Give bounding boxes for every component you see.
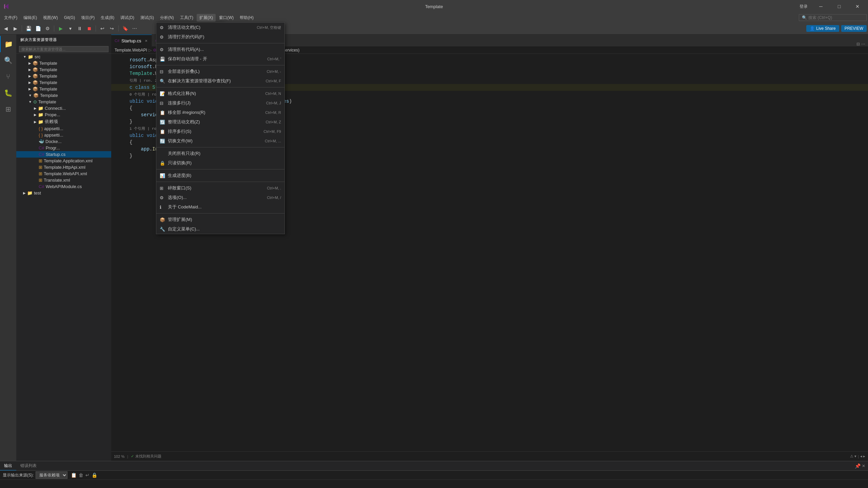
- menu-auto-clean[interactable]: 💾 保存时自动清理 - 开 Ctrl+M, ': [156, 54, 284, 64]
- menu-item-left: 📊 生成进度(B): [160, 172, 191, 179]
- sort2-icon: 📋: [160, 129, 165, 134]
- menu-item-build[interactable]: 生成(B): [98, 14, 117, 22]
- sort-icon: 🔃: [160, 120, 165, 125]
- maximize-button[interactable]: □: [831, 0, 847, 13]
- menu-item-label: 排序多行(S): [168, 128, 191, 135]
- menu-find-solution[interactable]: 🔍 在解决方案资源管理器中查找(F) Ctrl+M, F: [156, 76, 284, 86]
- menu-item-left: ⊞ 碎散窗口(S): [160, 185, 191, 191]
- menu-item-view[interactable]: 视图(W): [40, 14, 60, 22]
- title-bar: Template 登录 ─ □ ✕: [0, 0, 868, 13]
- menu-close-readonly[interactable]: 关闭所有只读(R): [156, 149, 284, 158]
- menu-item-extend[interactable]: 扩展(X): [197, 14, 216, 22]
- menu-item-label: 在解决方案资源管理器中查找(F): [168, 78, 231, 84]
- title-bar-controls: 登录 ─ □ ✕: [797, 0, 865, 13]
- options-icon: ⚙: [160, 195, 165, 200]
- menu-item-window[interactable]: 窗口(W): [216, 14, 236, 22]
- hash-icon: ⊞: [160, 186, 165, 191]
- menu-switch-doc[interactable]: 🔄 切换文件(W) Ctrl+M, ...: [156, 136, 284, 146]
- menu-item-left: ⊟ 全部道折折叠(L): [160, 68, 200, 75]
- close-button[interactable]: ✕: [850, 0, 865, 13]
- menu-item-label: 格式化注释(N): [168, 90, 196, 97]
- separator: [156, 43, 284, 43]
- menu-manage-extensions[interactable]: 📦 管理扩展(M): [156, 215, 284, 224]
- separator2: [156, 65, 284, 65]
- gear-icon: ⚙: [160, 25, 165, 30]
- menu-item-left: ℹ 关于 CodeMaid...: [160, 204, 202, 210]
- shortcut-label: Ctrl+M, ': [267, 57, 281, 61]
- menu-item-test[interactable]: 测试(S): [138, 14, 157, 22]
- separator5: [156, 169, 284, 169]
- menu-custom-commands[interactable]: 🔧 自定义菜单(C)...: [156, 224, 284, 234]
- menu-item-left: ⚙ 清理活动文档(C): [160, 24, 200, 30]
- search-input[interactable]: [808, 15, 859, 20]
- menu-clear-all[interactable]: ⚙ 清理所有代码(A)...: [156, 45, 284, 54]
- switch-icon: 🔄: [160, 139, 165, 144]
- menu-item-label: 关于 CodeMaid...: [168, 204, 202, 210]
- menu-about[interactable]: ℹ 关于 CodeMaid...: [156, 202, 284, 212]
- menu-item-left: 关闭所有只读(R): [160, 150, 200, 157]
- menu-item-left: 📝 格式化注释(N): [160, 90, 196, 97]
- separator7: [156, 213, 284, 214]
- menu-item-tools[interactable]: 工具(T): [177, 14, 196, 22]
- find-icon: 🔍: [160, 79, 165, 84]
- shortcut-label: Ctrl+M, Z: [265, 120, 281, 124]
- menu-move-regions[interactable]: 📋 移全部 #regions(R) Ctrl+M, R: [156, 108, 284, 117]
- window-title: Template: [425, 4, 443, 9]
- menu-readonly-toggle[interactable]: 🔒 只读切换(R): [156, 158, 284, 168]
- menu-item-left: ⊟ 连接多行(J): [160, 100, 191, 106]
- shortcut-label: Ctrl+M, F9: [263, 129, 281, 134]
- menu-join-lines[interactable]: ⊟ 连接多行(J) Ctrl+M, J: [156, 98, 284, 108]
- menu-item-label: 关闭所有只读(R): [168, 150, 200, 157]
- info-icon: ℹ: [160, 205, 165, 210]
- login-label[interactable]: 登录: [797, 4, 810, 9]
- extend-dropdown-menu: ⚙ 清理活动文档(C) Ctrl+M, 空格键 ⚙ 清理打开的代码(F) ⚙ 清…: [156, 22, 285, 234]
- gear-icon-2: ⚙: [160, 35, 165, 40]
- menu-overlay[interactable]: [0, 22, 868, 488]
- menu-clear-active[interactable]: ⚙ 清理活动文档(C) Ctrl+M, 空格键: [156, 23, 284, 32]
- menu-clear-open[interactable]: ⚙ 清理打开的代码(F): [156, 32, 284, 42]
- app-logo: [3, 2, 11, 11]
- menu-item-file[interactable]: 文件(F): [1, 14, 20, 22]
- separator6: [156, 182, 284, 182]
- menu-item-left: 💾 保存时自动清理 - 开: [160, 56, 207, 62]
- menu-options[interactable]: ⚙ 选项(O)... Ctrl+M, /: [156, 193, 284, 202]
- menu-item-label: 选项(O)...: [168, 195, 187, 201]
- shortcut-label: Ctrl+M, F: [265, 79, 281, 83]
- title-bar-left: [3, 2, 11, 11]
- menu-item-project[interactable]: 项目(P): [78, 14, 97, 22]
- menu-sort-usings[interactable]: 🔃 整理活动文档(Z) Ctrl+M, Z: [156, 117, 284, 127]
- menu-item-left: 🔃 整理活动文档(Z): [160, 119, 200, 125]
- menu-item-label: 全部道折折叠(L): [168, 68, 200, 75]
- menu-item-label: 保存时自动清理 - 开: [168, 56, 207, 62]
- menu-sort-multiline[interactable]: 📋 排序多行(S) Ctrl+M, F9: [156, 127, 284, 136]
- menu-item-label: 管理扩展(M): [168, 217, 192, 223]
- menu-item-debug[interactable]: 调试(D): [118, 14, 137, 22]
- menu-item-left: 📋 移全部 #regions(R): [160, 109, 205, 116]
- regions-icon: 📋: [160, 110, 165, 115]
- menu-item-left: ⚙ 选项(O)...: [160, 195, 187, 201]
- menu-item-analyze[interactable]: 分析(N): [157, 14, 177, 22]
- menu-item-left: ⚙ 清理打开的代码(F): [160, 34, 204, 40]
- menu-format-comment[interactable]: 📝 格式化注释(N) Ctrl+M, N: [156, 89, 284, 98]
- shortcut-label: Ctrl+M, N: [265, 92, 281, 96]
- shortcut-label: Ctrl+M, .: [267, 186, 281, 190]
- minimize-button[interactable]: ─: [813, 0, 829, 13]
- menu-item-label: 移全部 #regions(R): [168, 109, 205, 116]
- menu-item-left: 🔧 自定义菜单(C)...: [160, 226, 200, 232]
- menu-item-edit[interactable]: 编辑(E): [21, 14, 40, 22]
- wrench-icon: 🔧: [160, 227, 165, 232]
- menu-item-help[interactable]: 帮助(H): [237, 14, 256, 22]
- join-icon: ⊟: [160, 101, 165, 106]
- menu-item-left: 🔄 切换文件(W): [160, 138, 193, 144]
- collapse-icon: ⊟: [160, 69, 165, 74]
- menu-item-git[interactable]: Git(G): [61, 14, 78, 21]
- menu-build-progress[interactable]: 📊 生成进度(B): [156, 171, 284, 180]
- menu-collapse-all[interactable]: ⊟ 全部道折折叠(L) Ctrl+M, -: [156, 67, 284, 76]
- save-icon: 💾: [160, 57, 165, 62]
- menu-item-label: 碎散窗口(S): [168, 185, 191, 191]
- menu-hash-window[interactable]: ⊞ 碎散窗口(S) Ctrl+M, .: [156, 183, 284, 193]
- separator3: [156, 87, 284, 87]
- menu-item-label: 切换文件(W): [168, 138, 193, 144]
- menu-bar: 文件(F) 编辑(E) 视图(W) Git(G) 项目(P) 生成(B) 调试(…: [0, 13, 868, 22]
- shortcut-label: Ctrl+M, 空格键: [257, 25, 281, 30]
